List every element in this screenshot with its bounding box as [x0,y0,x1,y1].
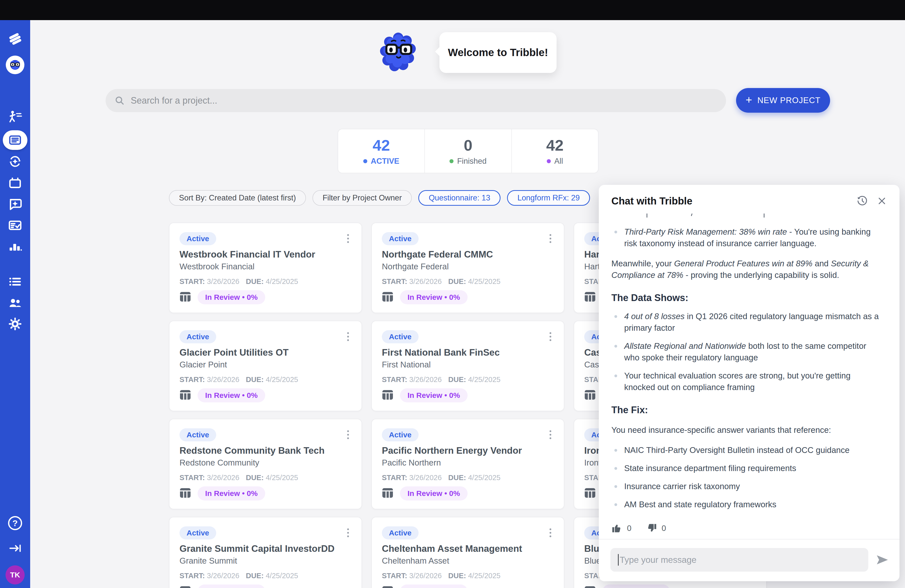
questionnaire-chip[interactable]: Questionnaire: 13 [418,190,500,206]
project-company: Redstone Community [179,458,351,467]
kebab-menu-icon[interactable] [547,526,554,539]
table-icon [382,291,394,303]
chat-header: Chat with Tribble [599,185,899,212]
mascot-avatar-icon[interactable] [0,55,30,75]
status-badge: Active [179,428,216,441]
chat-bullet-item: Your technical evaluation scores are str… [611,370,883,393]
sidebar: ? TK [0,20,30,588]
project-title: Redstone Community Bank Tech [179,445,351,456]
project-title: First National Bank FinSec [382,347,554,358]
settings-icon[interactable] [0,316,30,332]
thumbs-down-icon[interactable] [646,523,657,534]
new-project-button[interactable]: + NEW PROJECT [736,88,830,113]
filter-bar: Sort By: Created Date (latest first) Fil… [169,190,590,206]
chat-bullet-list: NAIC Third-Party Oversight Bulletin inst… [611,444,883,510]
all-dot-icon [547,159,551,163]
stat-all-value: 42 [546,136,564,154]
progress-pill: In Review • 0% [400,486,468,501]
stat-finished[interactable]: 0 Finished [424,129,511,173]
project-card[interactable]: Active Redstone Community Bank Tech Reds… [169,419,362,509]
stat-all[interactable]: 42 All [511,129,598,173]
chat-title: Chat with Tribble [611,195,849,207]
kebab-menu-icon[interactable] [345,232,351,245]
table-icon [584,291,596,303]
sync-icon[interactable] [0,153,30,170]
bullet-dot-icon [614,345,617,348]
calendar-icon[interactable] [0,175,30,191]
kebab-menu-icon[interactable] [547,232,554,245]
chat-heading: The Fix: [611,404,883,416]
help-icon[interactable]: ? [0,515,30,531]
project-card[interactable]: Active Cheltenham Asset Management Chelt… [371,517,564,588]
tribble-logo-icon[interactable] [0,30,30,48]
close-icon[interactable] [875,194,888,208]
history-icon[interactable] [856,194,869,208]
kebab-menu-icon[interactable] [345,330,351,343]
status-badge: Active [179,330,216,343]
stat-active[interactable]: 42 ACTIVE [338,129,424,173]
chat-feedback: 0 0 [599,517,899,539]
sort-chip[interactable]: Sort By: Created Date (latest first) [169,190,306,206]
chat-bullet-item: Allstate Regional and Nationwide both lo… [611,340,883,364]
project-dates: START: 3/26/2026DUE: 4/25/2025 [179,277,351,286]
stat-finished-label: Finished [457,157,486,166]
project-card[interactable]: Active Granite Summit Capital InvestorDD… [169,517,362,588]
kebab-menu-icon[interactable] [345,526,351,539]
status-badge: Active [179,526,216,539]
analytics-icon[interactable] [0,238,30,254]
send-icon[interactable] [876,554,889,566]
project-card[interactable]: Active Glacier Point Utilities OT Glacie… [169,321,362,411]
progress-pill: In Review • 0% [198,290,265,304]
bullet-dot-icon [614,485,617,488]
thumbs-down-count: 0 [662,524,666,533]
agents-icon[interactable] [0,109,30,125]
chat-icon[interactable] [0,196,30,212]
project-dates: START: 3/26/2026DUE: 4/25/2025 [382,572,554,580]
status-badge: Active [179,232,216,245]
bullet-dot-icon [614,230,617,234]
owner-filter-chip[interactable]: Filter by Project Owner [313,190,412,206]
kebab-menu-icon[interactable] [547,330,554,343]
bullet-dot-icon [614,315,617,318]
table-icon [584,586,596,588]
chat-bullet-item: NAIC Third-Party Oversight Bulletin inst… [611,444,883,456]
kebab-menu-icon[interactable] [345,428,351,441]
bullet-dot-icon [614,503,617,506]
kebab-menu-icon[interactable] [547,428,554,441]
search-input[interactable] [131,95,717,106]
logout-icon[interactable] [0,540,30,556]
team-icon[interactable] [0,295,30,311]
longform-chip[interactable]: Longform RFx: 29 [507,190,590,206]
project-card[interactable]: Active Pacific Northern Energy Vendor Pa… [371,419,564,509]
chat-bullet-item: 4 out of 8 losses in Q1 2026 cited regul… [611,311,883,334]
project-title: Westbrook Financial IT Vendor [179,249,351,260]
project-company: First National [382,360,554,369]
stat-active-value: 42 [373,136,390,154]
chat-bullet-item: Insurance carrier risk taxonomy [611,481,883,492]
table-icon [584,389,596,401]
chat-bullet-item: Third-Party Risk Management: 38% win rat… [611,226,883,249]
review-icon[interactable] [0,217,30,234]
status-badge: Active [382,330,419,343]
tribble-mascot [376,30,420,78]
chat-input-placeholder: Type your message [620,555,696,565]
menu-icon[interactable] [0,273,30,290]
user-avatar[interactable]: TK [0,564,30,585]
bullet-dot-icon [614,467,617,470]
thumbs-up-icon[interactable] [611,523,622,534]
chat-heading: The Data Shows: [611,292,883,304]
bullet-dot-icon [614,375,617,377]
project-card[interactable]: Active Westbrook Financial IT Vendor Wes… [169,222,362,313]
table-icon [382,488,394,499]
table-icon [179,291,191,303]
thumbs-up-count: 0 [627,524,632,533]
active-dot-icon [363,159,367,163]
plus-icon: + [746,94,753,106]
chat-input[interactable]: Type your message [610,548,868,572]
project-card[interactable]: Active Northgate Federal CMMC Northgate … [371,222,564,313]
project-company: Pacific Northern [382,458,554,467]
project-card[interactable]: Active First National Bank FinSec First … [371,321,564,411]
table-icon [179,389,191,401]
chat-bullet-item: State insurance department filing requir… [611,462,883,474]
projects-icon[interactable] [0,130,30,150]
